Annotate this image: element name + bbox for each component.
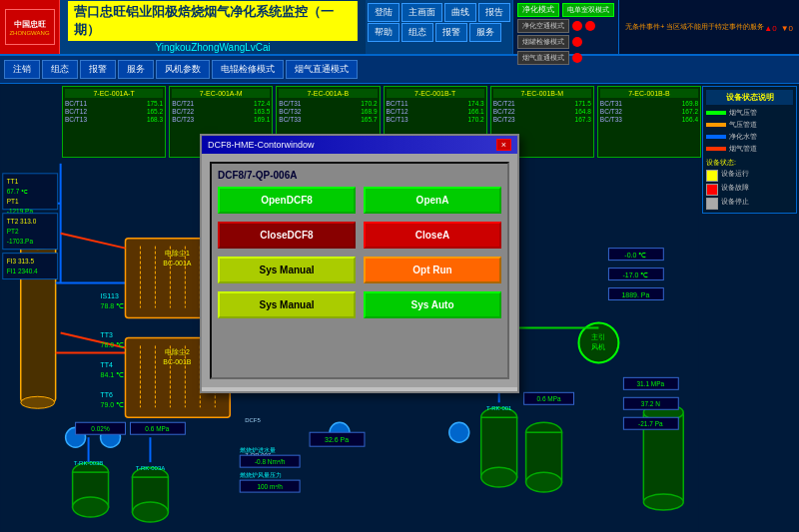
svg-text:TT1: TT1 [7,178,19,185]
svg-point-38 [481,467,517,487]
btn-login[interactable]: 登陆 [368,3,400,22]
btn-main[interactable]: 主画面 [401,3,442,22]
status-running [706,170,718,182]
equip-card-0[interactable]: 7-EC-001A-T BC/T11175.1 BC/T12165.2 BC/T… [62,86,166,158]
svg-text:67.7 ℃: 67.7 ℃ [7,188,28,195]
mode-area: 净化模式 电单室双模式 净化空通模式 烟罐检修模式 烟气直通模式 [512,0,618,54]
btn-service2[interactable]: 服务 [118,60,154,79]
logo-area: 中国忠旺 ZHONGWANG [0,0,60,54]
modal-titlebar: DCF8-HME-Contorwindow × [202,136,517,154]
logo-text1: 中国忠旺 [14,19,46,30]
title-area: 营口忠旺铝业阳极焙烧烟气净化系统监控（一期） YingkouZhongWangL… [60,0,366,54]
legend-label-3: 烟气管道 [729,144,757,154]
btn-bypass[interactable]: 烟气直通模式 [517,51,569,65]
status-dot-red3 [572,37,582,47]
modal-row3: Sys Manual Opt Run [218,257,501,283]
svg-text:IS113: IS113 [101,292,119,299]
svg-text:T-RK-003A: T-RK-003A [136,465,166,471]
main-title: 营口忠旺铝业阳极焙烧烟气净化系统监控（一期） [68,1,358,41]
status-running-label: 设备运行 [721,170,749,182]
btn-report[interactable]: 报告 [478,3,510,22]
logo-text2: ZHONGWANG [9,30,49,36]
svg-text:电除尘1: 电除尘1 [165,250,190,257]
alarm-count: ▲0 [764,24,776,33]
main-content: 电除尘1 BC-001A 电除尘2 BC-001B 布袋 除尘 吸收 塔 [0,84,799,532]
equip-card-5-title: 7-EC-001B-B [600,89,698,98]
modal-row1: OpenDCF8 OpenA [218,187,501,214]
legend-label-1: 气压管道 [729,120,757,130]
modal-btn-open-dcf8[interactable]: OpenDCF8 [218,187,356,214]
legend-title: 设备状态说明 [706,90,793,105]
legend-item-3: 烟气管道 [706,144,793,154]
legend-color-3 [706,147,726,151]
btn-bypass2[interactable]: 烟气直通模式 [286,60,358,79]
svg-text:T-RK-001: T-RK-001 [486,405,512,411]
modal-btn-sys-manual1[interactable]: Sys Manual [218,257,356,283]
btn-purify-mode[interactable]: 净化模式 [517,3,559,17]
equip-card-5[interactable]: 7-EC-001B-B BC/T31169.8 BC/T32167.2 BC/T… [597,86,701,158]
legend-item-1: 气压管道 [706,120,793,130]
btn-purify-bypass[interactable]: 净化空通模式 [517,19,569,33]
svg-text:风机: 风机 [591,343,605,350]
btn-service[interactable]: 服务 [469,23,501,42]
btn-help[interactable]: 帮助 [368,23,400,42]
modal-body: DCF8/7-QP-006A OpenDCF8 OpenA CloseDCF8 … [202,154,517,387]
modal-btn-opt-run[interactable]: Opt Run [364,257,501,283]
equip-card-3-title: 7-EC-001B-T [387,89,484,98]
svg-text:78.8 ℃: 78.8 ℃ [101,302,125,309]
modal-inner: DCF8/7-QP-006A OpenDCF8 OpenA CloseDCF8 … [210,162,509,379]
modal-row4: Sys Manual Sys Auto [218,291,501,318]
legend-item-0: 烟气压管 [706,108,793,118]
svg-text:FI1 2340.4: FI1 2340.4 [7,267,38,274]
btn-config[interactable]: 组态 [401,23,433,42]
svg-text:主引: 主引 [591,333,605,340]
warning-count: ▼0 [781,24,793,33]
svg-text:燃烧炉进水量: 燃烧炉进水量 [240,446,276,453]
modal-btn-close-a[interactable]: CloseA [364,222,501,249]
svg-text:0.6 MPa: 0.6 MPa [145,425,169,432]
status-dot-red2 [585,21,595,31]
btn-logout[interactable]: 注销 [4,60,40,79]
btn-electric-repair[interactable]: 电辊检修模式 [212,60,284,79]
modal-btn-close-dcf8[interactable]: CloseDCF8 [218,222,356,249]
status-stop [706,198,718,210]
legend-item-2: 净化水管 [706,132,793,142]
svg-point-41 [526,472,562,492]
equip-card-1-title: 7-EC-001A-M [172,89,270,98]
modal-btn-open-a[interactable]: OpenA [364,187,501,214]
sub-title: YingkouZhongWangLvCai [155,42,270,53]
svg-text:0.6 MPa: 0.6 MPa [537,395,561,402]
modal-close-button[interactable]: × [496,139,511,151]
svg-text:31.1 MPa: 31.1 MPa [636,380,664,387]
legend-label-0: 烟气压管 [729,108,757,118]
btn-alarm2[interactable]: 报警 [80,60,116,79]
svg-point-44 [73,497,109,517]
second-bar: 注销 组态 报警 服务 风机参数 电辊检修模式 烟气直通模式 [0,56,799,84]
svg-text:1889. Pa: 1889. Pa [621,291,649,298]
svg-text:TT6: TT6 [101,391,114,398]
status-dot-red [572,21,582,31]
legend-label-2: 净化水管 [729,132,757,142]
svg-text:-0.0 ℃: -0.0 ℃ [624,252,646,259]
modal-btn-sys-auto[interactable]: Sys Auto [364,291,501,318]
btn-alarm[interactable]: 报警 [435,23,467,42]
svg-text:84.1 ℃: 84.1 ℃ [101,371,125,378]
btn-config2[interactable]: 组态 [42,60,78,79]
modal-btn-sys-manual2[interactable]: Sys Manual [218,291,356,318]
legend-color-1 [706,123,726,127]
btn-fan-param[interactable]: 风机参数 [156,60,210,79]
svg-text:PT2: PT2 [7,228,19,235]
modal-title: DCF8-HME-Contorwindow [208,140,315,150]
svg-text:100 m³/h: 100 m³/h [257,483,283,490]
svg-text:32.6 Pa: 32.6 Pa [325,436,349,443]
equip-card-2-title: 7-EC-001A-B [279,89,377,98]
svg-text:TT3: TT3 [101,331,114,338]
modal-dialog[interactable]: DCF8-HME-Contorwindow × DCF8/7-QP-006A O… [200,134,519,393]
svg-text:PT1: PT1 [7,198,19,205]
btn-repair[interactable]: 烟罐检修模式 [517,35,569,49]
svg-text:-17.0 ℃: -17.0 ℃ [622,271,648,278]
btn-curve[interactable]: 曲线 [444,3,476,22]
svg-point-50 [449,422,469,442]
svg-text:TT2 313.0: TT2 313.0 [7,218,37,225]
btn-single-room[interactable]: 电单室双模式 [562,3,614,17]
